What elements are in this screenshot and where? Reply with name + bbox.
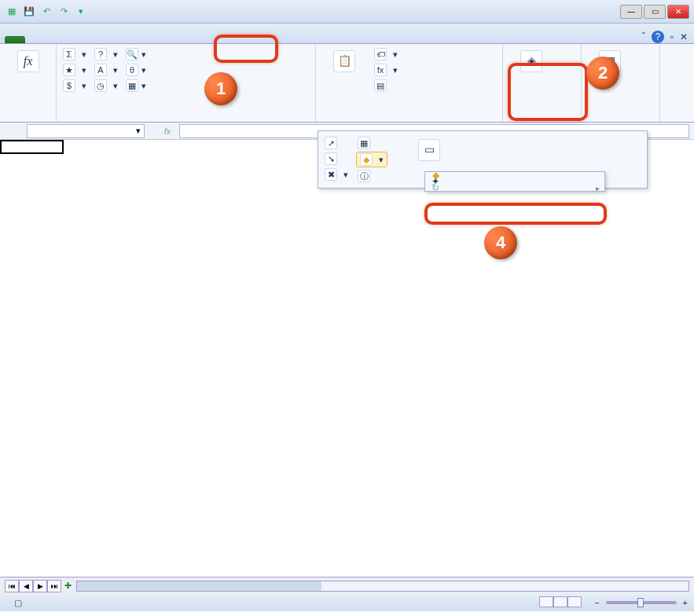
name-manager-icon: 📋 xyxy=(333,50,355,72)
ribbon-minimize-icon[interactable]: ˇ xyxy=(642,31,645,42)
status-bar: ▢ − + xyxy=(0,594,694,611)
precedents-icon: ➚ xyxy=(325,137,337,149)
menu-error-checking[interactable]: ◆ xyxy=(425,172,604,178)
show-formulas-icon: ▦ xyxy=(358,137,370,149)
insert-function-button[interactable]: fx xyxy=(5,47,51,120)
mdi-close-icon[interactable]: ✕ xyxy=(680,31,688,42)
clock-icon: ◷ xyxy=(94,79,107,92)
grid-icon: ▤ xyxy=(374,79,387,92)
lookup-icon: 🔍 xyxy=(126,48,138,60)
create-from-selection-button[interactable]: ▤ xyxy=(373,79,399,93)
zoom-slider[interactable] xyxy=(606,601,677,604)
logical-icon: ? xyxy=(94,48,107,60)
menu-trace-error[interactable]: ✦ xyxy=(425,178,604,185)
close-button[interactable]: ✕ xyxy=(667,5,689,19)
name-manager-button[interactable]: 📋 xyxy=(321,47,368,119)
remove-arrows-button[interactable]: ✖ ▾ xyxy=(323,167,350,182)
qat-more-icon[interactable]: ▾ xyxy=(74,5,88,19)
minimize-button[interactable]: — xyxy=(620,5,642,19)
evaluate-icon: ⓘ xyxy=(358,170,370,182)
namebox-dropdown-icon[interactable]: ▾ xyxy=(136,126,141,136)
calculation-button[interactable]: ▦ xyxy=(586,47,633,120)
ribbon-tabs: ˇ ? ▫ ✕ xyxy=(0,24,694,44)
horizontal-scrollbar[interactable] xyxy=(76,581,689,592)
error-checking-split-button[interactable]: ◆ ▾ xyxy=(356,152,387,167)
help-icon[interactable]: ? xyxy=(652,31,664,43)
sigma-icon: Σ xyxy=(63,48,75,60)
ribbon: fx Σ ▾ ★ ▾ $ ▾ ? ▾ A ▾ ◷ ▾ 🔍▾ θ▾ ▦▾ xyxy=(0,44,694,123)
sheet-nav-next[interactable]: ▶ xyxy=(33,580,47,592)
recent-icon: ★ xyxy=(63,64,75,76)
logical-button[interactable]: ? ▾ xyxy=(93,47,119,61)
dependents-icon: ➘ xyxy=(325,152,337,165)
auditing-icon: ◈ xyxy=(520,50,542,72)
fx-label-icon[interactable]: fx xyxy=(160,124,174,138)
new-sheet-icon[interactable]: ✚ xyxy=(64,581,72,591)
zoom-in-icon[interactable]: + xyxy=(683,598,688,607)
sheet-tabs-bar: ⏮ ◀ ▶ ⏭ ✚ xyxy=(0,577,694,594)
worksheet-grid[interactable] xyxy=(0,140,694,577)
error-checking-menu: ◆ ✦ ↻ xyxy=(424,171,605,192)
math-icon: θ xyxy=(126,64,138,76)
more-functions-3[interactable]: ▦▾ xyxy=(124,79,148,93)
cube-icon: ▦ xyxy=(126,79,138,92)
datetime-button[interactable]: ◷ ▾ xyxy=(93,79,119,93)
quick-access-toolbar: ▦ 💾 ↶ ↷ ▾ xyxy=(5,5,88,19)
formula-auditing-button[interactable]: ◈ xyxy=(508,47,555,120)
menu-circular-references: ↻ xyxy=(425,185,604,191)
more-functions-2[interactable]: θ▾ xyxy=(124,63,148,77)
fx-small-icon: fx xyxy=(374,64,387,76)
circular-icon: ↻ xyxy=(428,181,442,195)
autosum-button[interactable]: Σ ▾ xyxy=(61,47,88,61)
financial-icon: $ xyxy=(63,79,75,92)
selection-rectangle xyxy=(0,140,64,154)
view-buttons[interactable] xyxy=(539,596,582,609)
evaluate-formula-button[interactable]: ⓘ xyxy=(356,169,387,183)
more-functions-1[interactable]: 🔍▾ xyxy=(124,47,148,61)
recent-button[interactable]: ★ ▾ xyxy=(61,63,88,77)
error-check-icon: ◆ xyxy=(360,153,373,166)
function-library-label xyxy=(61,119,310,120)
maximize-button[interactable]: ▭ xyxy=(644,5,666,19)
trace-precedents-button[interactable]: ➚ xyxy=(323,136,350,150)
name-box[interactable]: ▾ xyxy=(27,124,145,138)
financial-button[interactable]: $ ▾ xyxy=(61,79,88,93)
titlebar: ▦ 💾 ↶ ↷ ▾ — ▭ ✕ xyxy=(0,0,694,24)
undo-icon[interactable]: ↶ xyxy=(39,5,53,19)
save-icon[interactable]: 💾 xyxy=(22,5,36,19)
sheet-nav-last[interactable]: ⏭ xyxy=(47,580,61,592)
tab-file[interactable] xyxy=(5,36,25,43)
defined-names-label xyxy=(321,119,498,120)
show-formulas-button[interactable]: ▦ xyxy=(356,136,387,150)
redo-icon[interactable]: ↷ xyxy=(57,5,71,19)
define-name-button[interactable]: 🏷 ▾ xyxy=(373,47,399,61)
fx-icon: fx xyxy=(24,54,33,68)
zoom-out-icon[interactable]: − xyxy=(594,598,599,607)
normal-view-icon xyxy=(539,596,553,607)
text-button[interactable]: A ▾ xyxy=(93,63,119,77)
trace-dependents-button[interactable]: ➘ xyxy=(323,152,350,166)
watch-window-icon: ▭ xyxy=(418,139,440,161)
sheet-nav-first[interactable]: ⏮ xyxy=(5,580,19,592)
remove-arrows-icon: ✖ xyxy=(325,168,337,181)
use-in-formula-button[interactable]: fx ▾ xyxy=(373,63,399,77)
sheet-nav-prev[interactable]: ◀ xyxy=(19,580,33,592)
page-layout-icon xyxy=(553,596,567,607)
excel-icon: ▦ xyxy=(5,5,19,19)
page-break-icon xyxy=(567,596,582,607)
text-icon: A xyxy=(94,64,107,76)
calculation-icon: ▦ xyxy=(599,50,621,72)
macro-record-icon[interactable]: ▢ xyxy=(14,598,22,608)
window-restore-icon[interactable]: ▫ xyxy=(670,31,674,42)
tag-icon: 🏷 xyxy=(374,48,387,60)
